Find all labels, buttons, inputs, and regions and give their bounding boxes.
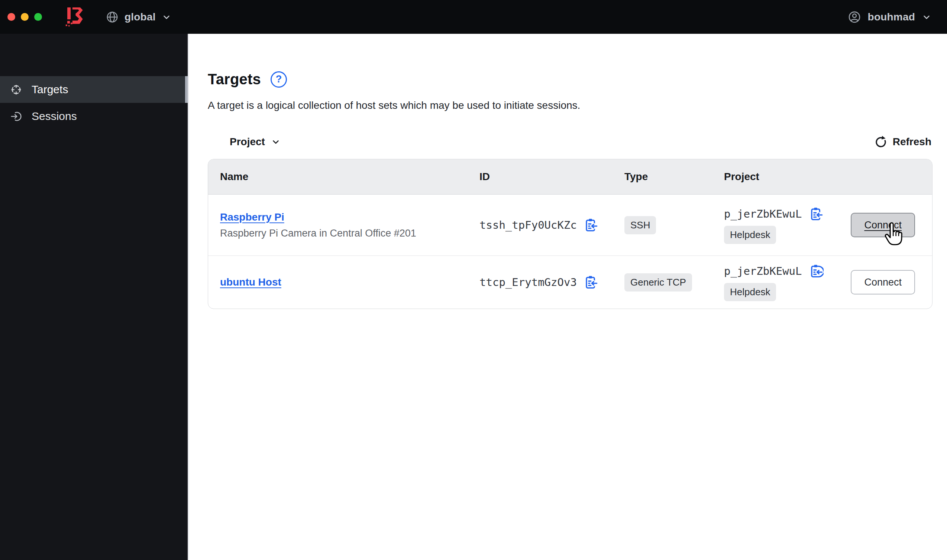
table-row: Raspberry Pi Raspberry Pi Camera in Cent…: [208, 195, 932, 255]
project-filter-dropdown[interactable]: Project: [230, 136, 281, 148]
sidebar-item-targets[interactable]: Targets: [0, 76, 188, 103]
target-type-badge: SSH: [625, 216, 656, 234]
project-id: p_jerZbKEwuL: [724, 265, 802, 277]
sidebar: Targets Sessions: [0, 34, 189, 560]
user-menu[interactable]: bouhmad: [848, 11, 932, 24]
project-name-badge: Helpdesk: [724, 226, 776, 244]
username-label: bouhmad: [868, 11, 915, 23]
project-id: p_jerZbKEwuL: [724, 208, 802, 220]
column-header-type: Type: [623, 171, 722, 183]
connect-button[interactable]: Connect: [851, 270, 915, 294]
target-id: ttcp_ErytmGzOv3: [480, 276, 577, 289]
refresh-label: Refresh: [893, 136, 932, 148]
column-header-name: Name: [208, 171, 478, 183]
zoom-window-button[interactable]: [34, 13, 42, 21]
close-window-button[interactable]: [8, 13, 15, 21]
titlebar: global bouhmad: [0, 0, 947, 34]
target-name-link[interactable]: Raspberry Pi: [220, 211, 478, 223]
copy-target-id-icon[interactable]: [583, 275, 598, 290]
scope-label: global: [125, 11, 156, 23]
column-header-project: Project: [722, 171, 932, 183]
page-description: A target is a logical collection of host…: [208, 100, 580, 111]
table-header-row: Name ID Type Project: [208, 159, 932, 195]
copy-project-id-icon[interactable]: [809, 264, 824, 278]
sidebar-item-sessions[interactable]: Sessions: [0, 103, 188, 129]
table-row: ubuntu Host ttcp_ErytmGzOv3: [208, 255, 932, 309]
sidebar-item-label: Targets: [32, 83, 68, 96]
refresh-button[interactable]: Refresh: [874, 135, 932, 149]
main-content: Targets ? A target is a logical collecti…: [190, 34, 947, 560]
help-icon[interactable]: ?: [271, 71, 287, 88]
chevron-down-icon: [162, 12, 171, 22]
user-icon: [848, 11, 861, 24]
copy-target-id-icon[interactable]: [583, 218, 598, 232]
project-name-badge: Helpdesk: [724, 283, 776, 301]
connect-button[interactable]: Connect: [851, 213, 915, 237]
globe-icon: [106, 11, 119, 23]
window-controls: [8, 13, 42, 21]
sidebar-item-label: Sessions: [32, 110, 77, 123]
refresh-icon: [874, 135, 888, 149]
chevron-down-icon: [271, 137, 281, 147]
session-login-icon: [11, 111, 22, 122]
page-title: Targets: [208, 71, 261, 88]
page-header: Targets ?: [208, 71, 287, 88]
boundary-logo-icon: [65, 5, 84, 29]
chevron-down-icon: [922, 12, 932, 22]
boundary-desktop-window: global bouhmad: [0, 0, 947, 560]
toolbar: Project Refresh: [208, 131, 932, 152]
target-name-link[interactable]: ubuntu Host: [220, 276, 478, 288]
scope-picker[interactable]: global: [106, 11, 171, 23]
target-crosshair-icon: [11, 84, 22, 95]
targets-table: Name ID Type Project Raspberry Pi Raspbe…: [208, 159, 933, 309]
minimize-window-button[interactable]: [21, 13, 29, 21]
copy-project-id-icon[interactable]: [809, 206, 824, 222]
target-description: Raspberry Pi Camera in Central Office #2…: [220, 228, 478, 239]
project-filter-label: Project: [230, 136, 265, 148]
column-header-id: ID: [478, 171, 623, 183]
target-type-badge: Generic TCP: [625, 273, 692, 292]
target-id: tssh_tpFy0UcKZc: [480, 219, 577, 231]
